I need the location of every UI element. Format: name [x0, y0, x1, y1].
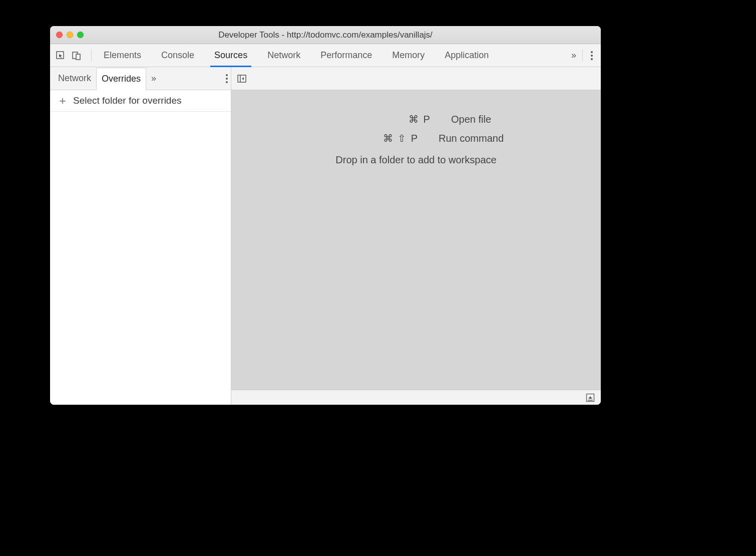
shortcut-open-file: ⌘ P [341, 113, 431, 125]
toggle-navigator-icon[interactable] [236, 73, 247, 84]
body: Network Overrides » ＋ Select folder for … [50, 67, 601, 405]
tabs-overflow-icon[interactable]: » [571, 50, 574, 61]
shortcut-run-command: ⌘ ⇧ P [328, 132, 419, 144]
sources-content: ⌘ P Open file ⌘ ⇧ P Run command Drop in … [231, 67, 601, 405]
select-folder-label: Select folder for overrides [73, 95, 182, 106]
tab-memory[interactable]: Memory [389, 44, 428, 67]
window-close-button[interactable] [56, 32, 63, 38]
hint-label-open-file: Open file [451, 114, 491, 125]
main-tabstrip: Elements Console Sources Network Perform… [50, 44, 601, 67]
sidebar-tab-overrides[interactable]: Overrides [96, 68, 146, 90]
hint-run-command: ⌘ ⇧ P Run command [328, 132, 504, 144]
hint-drop-folder: Drop in a folder to add to workspace [335, 154, 496, 166]
tab-network[interactable]: Network [264, 44, 303, 67]
tab-sources[interactable]: Sources [211, 44, 250, 67]
sidebar-menu-icon[interactable] [226, 74, 228, 83]
separator [582, 50, 583, 62]
tab-elements[interactable]: Elements [101, 44, 144, 67]
tabstrip-trailing: » [571, 50, 601, 62]
svg-rect-2 [76, 54, 80, 60]
devtools-window: Developer Tools - http://todomvc.com/exa… [50, 26, 601, 405]
tab-application[interactable]: Application [442, 44, 492, 67]
tabstrip-leading-icons [55, 50, 91, 61]
empty-state-hints: ⌘ P Open file ⌘ ⇧ P Run command Drop in … [231, 90, 601, 390]
inspect-element-icon[interactable] [55, 50, 66, 61]
sidebar-tabs-overflow-icon[interactable]: » [146, 73, 159, 84]
toggle-device-toolbar-icon[interactable] [71, 50, 82, 61]
show-console-drawer-icon[interactable] [585, 392, 596, 403]
tab-console[interactable]: Console [158, 44, 197, 67]
sidebar-tab-network[interactable]: Network [53, 67, 96, 90]
traffic-lights [50, 32, 84, 38]
main-tabs: Elements Console Sources Network Perform… [101, 44, 492, 67]
select-folder-for-overrides[interactable]: ＋ Select folder for overrides [50, 90, 231, 112]
tab-performance[interactable]: Performance [317, 44, 375, 67]
content-toolbar [231, 67, 601, 90]
hint-open-file: ⌘ P Open file [341, 113, 491, 125]
content-footer [231, 390, 601, 405]
hint-label-run-command: Run command [439, 133, 504, 144]
sidebar-tabs: Network Overrides » [50, 67, 231, 90]
window-minimize-button[interactable] [67, 32, 73, 38]
window-zoom-button[interactable] [77, 32, 84, 38]
window-title: Developer Tools - http://todomvc.com/exa… [50, 30, 601, 40]
separator [91, 50, 92, 62]
sources-sidebar: Network Overrides » ＋ Select folder for … [50, 67, 231, 405]
titlebar: Developer Tools - http://todomvc.com/exa… [50, 26, 601, 44]
settings-menu-icon[interactable] [591, 51, 593, 60]
